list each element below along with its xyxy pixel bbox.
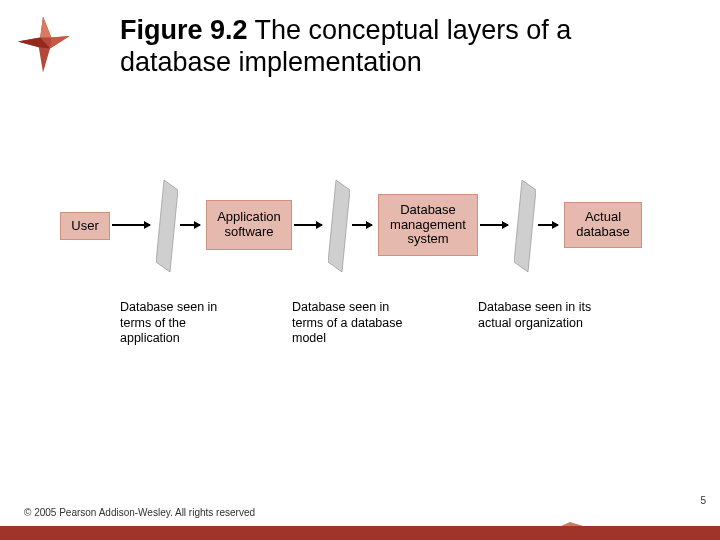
svg-marker-1 (40, 16, 51, 37)
copyright-text: © 2005 Pearson Addison-Wesley. All right… (24, 507, 255, 518)
layer-label: Actual database (571, 210, 635, 240)
page-number: 5 (700, 495, 706, 506)
layer-divider (328, 180, 350, 272)
svg-marker-5 (328, 180, 350, 272)
arrow (352, 224, 372, 226)
arrow (112, 224, 150, 226)
footer-bar (0, 526, 720, 540)
layer-divider (514, 180, 536, 272)
origami-crane-logo (8, 8, 78, 78)
arrow (180, 224, 200, 226)
arrow (294, 224, 322, 226)
figure-number: Figure 9.2 (120, 15, 248, 45)
arrow (480, 224, 508, 226)
caption-model-view: Database seen in terms of a database mod… (292, 300, 412, 347)
layer-box-user: User (60, 212, 110, 240)
layer-divider (156, 180, 178, 272)
layer-box-dbms: Database management system (378, 194, 478, 256)
svg-marker-3 (50, 36, 70, 49)
arrow (538, 224, 558, 226)
layers-diagram: User Application software Database manag… (60, 190, 680, 390)
layer-box-application-software: Application software (206, 200, 292, 250)
svg-marker-4 (156, 180, 178, 272)
caption-actual-view: Database seen in its actual organization (478, 300, 598, 331)
svg-marker-6 (514, 180, 536, 272)
layer-label: Database management system (385, 203, 471, 248)
layer-label: Application software (213, 210, 285, 240)
layer-box-actual-database: Actual database (564, 202, 642, 248)
layer-row: User Application software Database manag… (60, 190, 680, 280)
caption-application-view: Database seen in terms of the applicatio… (120, 300, 240, 347)
slide-title: Figure 9.2 The conceptual layers of a da… (120, 14, 680, 79)
layer-label: User (71, 219, 98, 234)
